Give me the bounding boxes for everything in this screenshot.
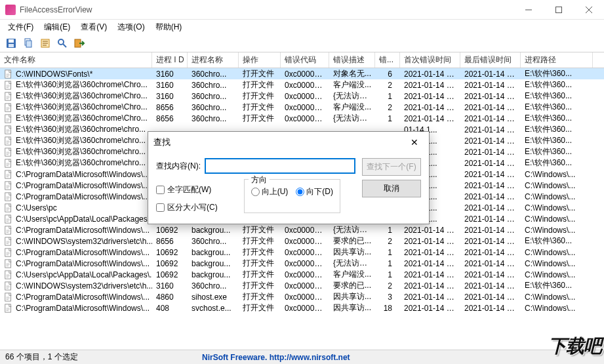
cell-pid: 10692	[152, 247, 188, 258]
cell-count: 2	[375, 281, 400, 291]
copy-icon[interactable]	[21, 36, 35, 51]
menu-view[interactable]: 查看(V)	[75, 20, 112, 34]
cell-process-name	[188, 129, 239, 131]
find-dialog-titlebar[interactable]: 查找 ✕	[148, 132, 429, 153]
find-input[interactable]	[205, 158, 355, 174]
menu-file[interactable]: 文件(F)	[3, 20, 39, 34]
cell-error-code: 0xc0000022	[281, 258, 329, 269]
save-icon[interactable]	[4, 36, 18, 51]
table-row[interactable]: C:\ProgramData\Microsoft\Windows\...1069…	[0, 224, 604, 235]
minimize-button[interactable]	[513, 0, 544, 20]
col-first-time[interactable]: 首次错误时间	[400, 52, 460, 68]
grid-header: 文件名称 进程 I D 进程名称 操作 错误代码 错误描述 错... 首次错误时…	[0, 52, 604, 68]
find-close-button[interactable]: ✕	[405, 133, 424, 152]
table-row[interactable]: C:\WINDOWS\system32\drivers\etc\h...3160…	[0, 280, 604, 291]
cell-pid	[152, 129, 188, 131]
cell-error-code: 0xc0000043	[281, 303, 329, 313]
cell-filename: C:\ProgramData\Microsoft\Windows\...	[0, 225, 152, 235]
cell-error-code: 0xc0000061	[281, 270, 329, 280]
cell-pid: 408	[152, 303, 188, 313]
table-row[interactable]: E:\软件\360浏览器\360chrome\Chro...8656360chr…	[0, 102, 604, 113]
col-last-time[interactable]: 最后错误时间	[460, 52, 521, 68]
cell-last-time: 2021-01-14 15...	[460, 270, 521, 280]
cell-pid: 3160	[152, 69, 188, 79]
cell-filename: C:\ProgramData\Microsoft\Windows\...	[0, 192, 152, 202]
close-button[interactable]	[574, 0, 604, 20]
cell-error-code: 0xc0000103	[281, 236, 329, 247]
find-cancel-button[interactable]: 取消	[362, 180, 421, 197]
direction-down-radio[interactable]: 向下(D)	[296, 186, 333, 197]
whole-word-checkbox[interactable]: 全字匹配(W)	[156, 184, 218, 195]
table-row[interactable]: E:\软件\360浏览器\360chrome\Chro...3160360chr…	[0, 91, 604, 102]
find-next-button[interactable]: 查找下一个(F)	[362, 158, 421, 176]
menubar: 文件(F) 编辑(E) 查看(V) 选项(O) 帮助(H)	[0, 20, 604, 34]
table-row[interactable]: C:\ProgramData\Microsoft\Windows\...1069…	[0, 247, 604, 258]
cell-process-name: backgrou...	[188, 258, 239, 269]
table-row[interactable]: E:\软件\360浏览器\360chrome\Chro...3160360chr…	[0, 79, 604, 91]
cell-first-time: 2021-01-14 1...	[400, 303, 460, 313]
table-row[interactable]: C:\ProgramData\Microsoft\Windows\...408s…	[0, 302, 604, 313]
cell-error-code: 0xc0000103	[281, 281, 329, 291]
cell-process-path: C:\Windows\...	[521, 292, 593, 302]
cell-last-time: 2021-01-14 15...	[460, 258, 521, 269]
find-icon[interactable]	[55, 36, 70, 51]
cell-count: 2	[375, 236, 400, 247]
cell-process-name: backgrou...	[188, 247, 239, 258]
menu-options[interactable]: 选项(O)	[112, 20, 150, 34]
toolbar	[0, 34, 604, 52]
app-title: FileAccessErrorView	[20, 5, 513, 14]
table-row[interactable]: C:\WINDOWS\system32\drivers\etc\h...8656…	[0, 235, 604, 247]
exit-icon[interactable]	[72, 36, 87, 51]
svg-point-7	[58, 39, 64, 45]
table-row[interactable]: C:\WINDOWS\Fonts\*3160360chro...打开文件0xc0…	[0, 68, 604, 79]
col-filename[interactable]: 文件名称	[0, 52, 152, 68]
direction-up-radio[interactable]: 向上(U)	[251, 186, 289, 197]
cell-last-time: 2021-01-14 15...	[460, 214, 521, 224]
table-row[interactable]: C:\ProgramData\Microsoft\Windows\...1069…	[0, 258, 604, 269]
cell-filename: E:\软件\360浏览器\360chrome\chro...	[0, 157, 152, 169]
cell-count	[375, 129, 400, 131]
cell-operation: 打开文件	[239, 302, 281, 314]
cell-last-time: 2021-01-14 15...	[460, 125, 521, 135]
table-row[interactable]: C:\Users\pc\AppData\Local\Packages\...10…	[0, 269, 604, 280]
cell-first-time: 2021-01-14 1...	[400, 102, 460, 113]
col-pid[interactable]: 进程 I D	[152, 52, 188, 68]
col-count[interactable]: 错...	[375, 52, 400, 68]
cell-process-name: 360chro...	[188, 281, 239, 291]
cell-filename: C:\ProgramData\Microsoft\Windows\...	[0, 303, 152, 313]
cell-error-code: 0xc0000022	[281, 91, 329, 102]
cell-first-time: 2021-01-14 1...	[400, 270, 460, 280]
table-row[interactable]: E:\软件\360浏览器\360chrome\Chro...8656360chr…	[0, 113, 604, 124]
status-link[interactable]: NirSoft Freeware. http://www.nirsoft.net	[202, 353, 350, 362]
cell-count: 1	[375, 270, 400, 280]
cell-process-path: E:\软件\360...	[521, 157, 593, 169]
cell-last-time: 2021-01-14 15...	[460, 236, 521, 247]
cell-process-path: C:\Windows\...	[521, 203, 593, 213]
cell-process-path: E:\软件\360...	[521, 235, 593, 247]
cell-process-path: C:\Windows\...	[521, 180, 593, 191]
cell-process-path: C:\Windows\...	[521, 303, 593, 313]
menu-help[interactable]: 帮助(H)	[150, 20, 188, 34]
col-operation[interactable]: 操作	[239, 52, 281, 68]
maximize-button[interactable]	[544, 0, 574, 20]
cell-last-time: 2021-01-14 15...	[460, 158, 521, 169]
col-error-desc[interactable]: 错误描述	[329, 52, 375, 68]
col-process-name[interactable]: 进程名称	[188, 52, 239, 68]
table-row[interactable]: C:\ProgramData\Microsoft\Windows\...4860…	[0, 291, 604, 302]
col-error-code[interactable]: 错误代码	[281, 52, 329, 68]
cell-last-time: 2021-01-14 15...	[460, 147, 521, 157]
cell-error-code	[281, 129, 329, 131]
match-case-checkbox[interactable]: 区分大小写(C)	[156, 202, 218, 213]
cell-first-time: 2021-01-14 1...	[400, 258, 460, 269]
properties-icon[interactable]	[38, 36, 52, 51]
menu-edit[interactable]: 编辑(E)	[39, 20, 75, 34]
col-process-path[interactable]: 进程路径	[521, 52, 593, 68]
cell-process-name: backgrou...	[188, 270, 239, 280]
cell-first-time: 2021-01-14 1...	[400, 80, 460, 91]
cell-last-time: 2021-01-14 15...	[460, 281, 521, 291]
app-icon	[5, 5, 16, 15]
cell-error-desc: 因共享访...	[329, 302, 375, 314]
cell-last-time: 2021-01-14 15...	[460, 102, 521, 113]
cell-process-name: 360chro...	[188, 91, 239, 102]
cell-pid: 4860	[152, 292, 188, 302]
